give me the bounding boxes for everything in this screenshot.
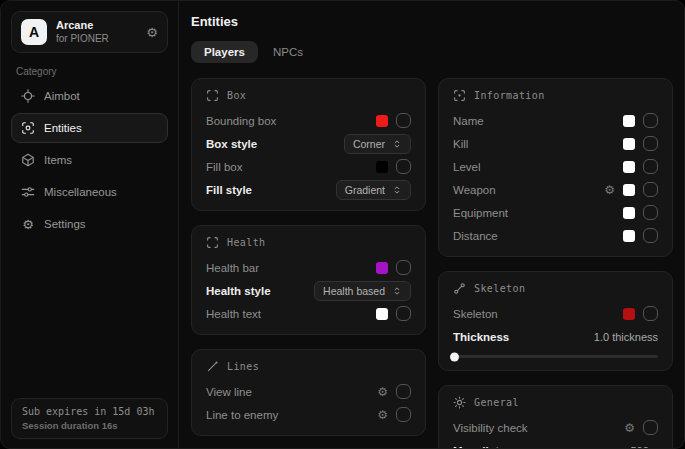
- color-swatch[interactable]: [623, 308, 635, 320]
- sidebar-item-entities[interactable]: Entities: [11, 113, 168, 143]
- right-column: Information Name Kill: [438, 78, 673, 448]
- panel-box: Box Bounding box Box style Corner: [191, 78, 426, 211]
- session-duration-text: Session duration 16s: [22, 420, 157, 431]
- setting-row-max-distance: Max distance 500m: [453, 439, 658, 448]
- setting-row-visibility-check: Visibility check ⚙: [453, 416, 658, 439]
- chevron-up-down-icon: [392, 286, 402, 296]
- sidebar-item-aimbot[interactable]: Aimbot: [11, 81, 168, 111]
- sidebar-item-label: Aimbot: [44, 90, 80, 102]
- setting-row-skeleton: Skeleton: [453, 302, 658, 325]
- checkbox[interactable]: [643, 159, 658, 174]
- color-swatch[interactable]: [376, 161, 388, 173]
- checkbox[interactable]: [396, 384, 411, 399]
- color-swatch[interactable]: [623, 115, 635, 127]
- checkbox[interactable]: [643, 182, 658, 197]
- setting-row-bounding-box: Bounding box: [206, 109, 411, 132]
- app-subtitle: for PIONER: [56, 33, 137, 46]
- logo-card: A Arcane for PIONER ⚙: [11, 11, 168, 53]
- fill-style-dropdown[interactable]: Gradient: [336, 180, 411, 200]
- scan-person-icon: [21, 121, 35, 135]
- setting-label: Equipment: [453, 207, 508, 219]
- slider-thumb[interactable]: [450, 352, 459, 361]
- color-swatch[interactable]: [623, 207, 635, 219]
- color-swatch[interactable]: [376, 262, 388, 274]
- sidebar-item-label: Items: [44, 154, 72, 166]
- box-style-dropdown[interactable]: Corner: [344, 134, 411, 154]
- main-content: Entities Players NPCs Box Bounding box: [179, 1, 684, 448]
- sidebar-item-label: Entities: [44, 122, 82, 134]
- gear-icon[interactable]: ⚙: [624, 422, 635, 434]
- scan-dot-icon: [453, 89, 466, 102]
- subscription-card: Sub expires in 15d 03h Session duration …: [11, 398, 168, 439]
- sidebar-item-items[interactable]: Items: [11, 145, 168, 175]
- setting-label: View line: [206, 386, 252, 398]
- color-swatch[interactable]: [623, 184, 635, 196]
- checkbox[interactable]: [643, 420, 658, 435]
- setting-row-thickness: Thickness 1.0 thickness: [453, 325, 658, 348]
- app-window: A Arcane for PIONER ⚙ Category Aimbot: [0, 0, 685, 449]
- setting-label: Bounding box: [206, 115, 276, 127]
- sub-expires-text: Sub expires in 15d 03h: [22, 406, 157, 417]
- app-title: Arcane: [56, 19, 137, 33]
- setting-row-equipment: Equipment: [453, 201, 658, 224]
- dropdown-value: Corner: [353, 138, 385, 150]
- setting-label: Distance: [453, 230, 498, 242]
- gear-icon[interactable]: ⚙: [604, 184, 615, 196]
- checkbox[interactable]: [643, 306, 658, 321]
- sidebar-item-settings[interactable]: ⚙ Settings: [11, 209, 168, 239]
- panel-lines-header: Lines: [206, 360, 411, 373]
- setting-row-box-style: Box style Corner: [206, 132, 411, 155]
- corner-brackets-icon: [206, 236, 219, 249]
- gear-icon[interactable]: ⚙: [377, 409, 388, 421]
- checkbox[interactable]: [396, 260, 411, 275]
- checkbox[interactable]: [396, 306, 411, 321]
- category-label: Category: [16, 66, 178, 77]
- setting-label: Health text: [206, 308, 261, 320]
- setting-label: Fill style: [206, 184, 252, 196]
- max-distance-value: 500m: [630, 445, 658, 449]
- bone-icon: [453, 282, 466, 295]
- setting-label: Visibility check: [453, 422, 528, 434]
- checkbox[interactable]: [643, 113, 658, 128]
- dropdown-value: Health based: [323, 285, 385, 297]
- checkbox[interactable]: [643, 136, 658, 151]
- tab-npcs[interactable]: NPCs: [260, 41, 316, 63]
- panel-information: Information Name Kill: [438, 78, 673, 257]
- setting-row-weapon: Weapon ⚙: [453, 178, 658, 201]
- panel-title: Skeleton: [474, 283, 525, 294]
- color-swatch[interactable]: [623, 230, 635, 242]
- checkbox[interactable]: [396, 407, 411, 422]
- setting-label: Level: [453, 161, 481, 173]
- cube-icon: [21, 153, 35, 167]
- panel-health: Health Health bar Health style Health ba…: [191, 225, 426, 335]
- thickness-slider[interactable]: [453, 352, 658, 361]
- tab-bar: Players NPCs: [191, 41, 673, 63]
- sidebar-item-label: Miscellaneous: [44, 186, 117, 198]
- color-swatch[interactable]: [623, 161, 635, 173]
- diagonal-line-icon: [206, 360, 219, 373]
- sun-icon: [453, 396, 466, 409]
- color-swatch[interactable]: [623, 138, 635, 150]
- checkbox[interactable]: [643, 228, 658, 243]
- panel-columns: Box Bounding box Box style Corner: [191, 78, 673, 448]
- setting-label: Health bar: [206, 262, 259, 274]
- corner-brackets-icon: [206, 89, 219, 102]
- panel-general-header: General: [453, 396, 658, 409]
- gear-icon[interactable]: ⚙: [377, 386, 388, 398]
- panel-lines: Lines View line ⚙ Line to enemy ⚙: [191, 349, 426, 436]
- color-swatch[interactable]: [376, 115, 388, 127]
- tab-players[interactable]: Players: [191, 41, 258, 63]
- panel-information-header: Information: [453, 89, 658, 102]
- dropdown-value: Gradient: [345, 184, 385, 196]
- setting-label: Line to enemy: [206, 409, 278, 421]
- panel-title: Information: [474, 90, 545, 101]
- setting-row-name: Name: [453, 109, 658, 132]
- checkbox[interactable]: [396, 113, 411, 128]
- health-style-dropdown[interactable]: Health based: [314, 281, 411, 301]
- checkbox[interactable]: [396, 159, 411, 174]
- checkbox[interactable]: [643, 205, 658, 220]
- sidebar-item-miscellaneous[interactable]: Miscellaneous: [11, 177, 168, 207]
- gear-icon[interactable]: ⚙: [146, 25, 158, 40]
- setting-row-view-line: View line ⚙: [206, 380, 411, 403]
- color-swatch[interactable]: [376, 308, 388, 320]
